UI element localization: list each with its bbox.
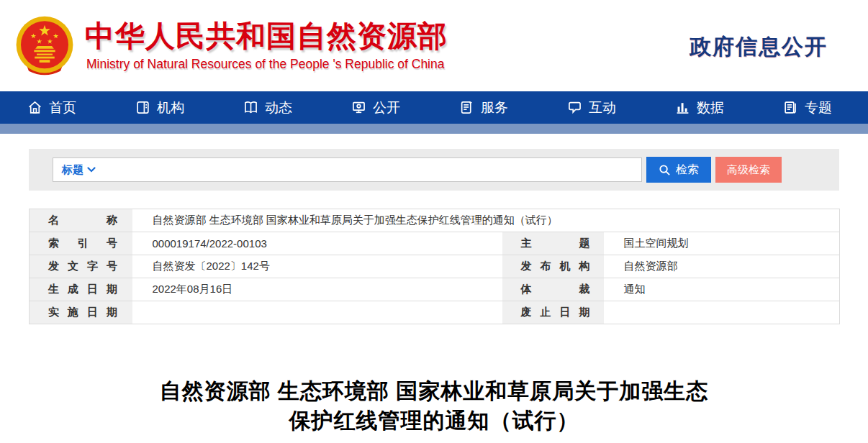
- nav-label: 机构: [157, 99, 184, 117]
- organization-icon: [135, 100, 150, 115]
- table-row: 名称 自然资源部 生态环境部 国家林业和草原局关于加强生态保护红线管理的通知（试…: [30, 209, 840, 232]
- home-icon: [27, 100, 42, 115]
- site-title: 中华人民共和国自然资源部: [85, 19, 448, 53]
- brand: 中华人民共和国自然资源部 Ministry of Natural Resourc…: [13, 13, 448, 79]
- meta-value-effective-date: [132, 301, 502, 324]
- table-row: 生成日期 2022年08月16日 体裁 通知: [30, 278, 840, 301]
- meta-value-subject: 国土空间规划: [604, 232, 840, 255]
- nav-item-disclosure[interactable]: 公开: [351, 99, 400, 117]
- document-meta-table: 名称 自然资源部 生态环境部 国家林业和草原局关于加强生态保护红线管理的通知（试…: [29, 209, 840, 324]
- document-title-line1: 自然资源部 生态环境部 国家林业和草原局关于加强生态: [29, 376, 839, 406]
- nav-item-news[interactable]: 动态: [243, 99, 292, 117]
- search-box: 标题: [53, 157, 642, 182]
- nav-item-organization[interactable]: 机构: [135, 99, 184, 117]
- nav-label: 服务: [481, 99, 508, 117]
- meta-label-name: 名称: [30, 209, 132, 232]
- meta-value-create-date: 2022年08月16日: [132, 278, 502, 301]
- nav-accent-strip: [0, 124, 868, 134]
- meta-label-genre: 体裁: [502, 278, 604, 301]
- meta-value-name: 自然资源部 生态环境部 国家林业和草原局关于加强生态保护红线管理的通知（试行）: [132, 209, 840, 232]
- site-header: 中华人民共和国自然资源部 Ministry of Natural Resourc…: [0, 0, 868, 91]
- site-subtitle: Ministry of Natural Resources of the Peo…: [86, 57, 448, 72]
- nav-label: 公开: [373, 99, 400, 117]
- search-icon: [659, 164, 671, 176]
- nav-label: 首页: [49, 99, 76, 117]
- search-panel: 标题 检索 高级检索: [29, 149, 839, 191]
- interaction-icon: [567, 100, 582, 115]
- nav-label: 数据: [697, 99, 724, 117]
- table-row: 发文字号 自然资发〔2022〕142号 发布机构 自然资源部: [30, 255, 840, 278]
- meta-value-index-number: 000019174/2022-00103: [132, 232, 502, 255]
- data-icon: [675, 100, 690, 115]
- search-button-label: 检索: [676, 163, 699, 178]
- meta-label-effective-date: 实施日期: [30, 301, 132, 324]
- content-area: 标题 检索 高级检索 名称 自然资源部 生态环境部 国家林业和草原局关于加强生态…: [29, 149, 839, 435]
- nav-item-topic[interactable]: 专题: [783, 99, 832, 117]
- topic-icon: [783, 100, 798, 115]
- meta-label-repeal-date: 废止日期: [502, 301, 604, 324]
- meta-label-index-number: 索引号: [30, 232, 132, 255]
- document-title: 自然资源部 生态环境部 国家林业和草原局关于加强生态 保护红线管理的通知（试行）: [29, 376, 839, 435]
- national-emblem-icon: [13, 13, 76, 79]
- search-input[interactable]: [101, 158, 633, 181]
- section-title: 政府信息公开: [690, 32, 828, 62]
- meta-value-genre: 通知: [604, 278, 840, 301]
- meta-value-repeal-date: [604, 301, 840, 324]
- nav-label: 互动: [589, 99, 616, 117]
- meta-label-doc-number: 发文字号: [30, 255, 132, 278]
- search-button[interactable]: 检索: [646, 157, 711, 183]
- service-icon: [459, 100, 474, 115]
- table-row: 实施日期 废止日期: [30, 301, 840, 324]
- news-icon: [243, 100, 258, 115]
- meta-label-subject: 主题: [502, 232, 604, 255]
- advanced-search-label: 高级检索: [727, 163, 770, 177]
- nav-item-interaction[interactable]: 互动: [567, 99, 616, 117]
- nav-label: 专题: [805, 99, 832, 117]
- advanced-search-button[interactable]: 高级检索: [715, 157, 782, 183]
- table-row: 索引号 000019174/2022-00103 主题 国土空间规划: [30, 232, 840, 255]
- meta-value-doc-number: 自然资发〔2022〕142号: [132, 255, 502, 278]
- meta-label-create-date: 生成日期: [30, 278, 132, 301]
- nav-label: 动态: [265, 99, 292, 117]
- main-nav: 首页 机构 动态 公开 服务 互动 数据: [0, 91, 868, 124]
- meta-label-issuing-agency: 发布机构: [502, 255, 604, 278]
- nav-item-data[interactable]: 数据: [675, 99, 724, 117]
- disclosure-icon: [351, 100, 366, 115]
- meta-value-issuing-agency: 自然资源部: [604, 255, 840, 278]
- nav-item-home[interactable]: 首页: [27, 99, 76, 117]
- chevron-down-icon: [87, 167, 96, 173]
- search-field-selector[interactable]: 标题: [62, 163, 96, 177]
- search-field-label: 标题: [62, 163, 83, 177]
- document-title-line2: 保护红线管理的通知（试行）: [29, 406, 839, 435]
- nav-item-service[interactable]: 服务: [459, 99, 508, 117]
